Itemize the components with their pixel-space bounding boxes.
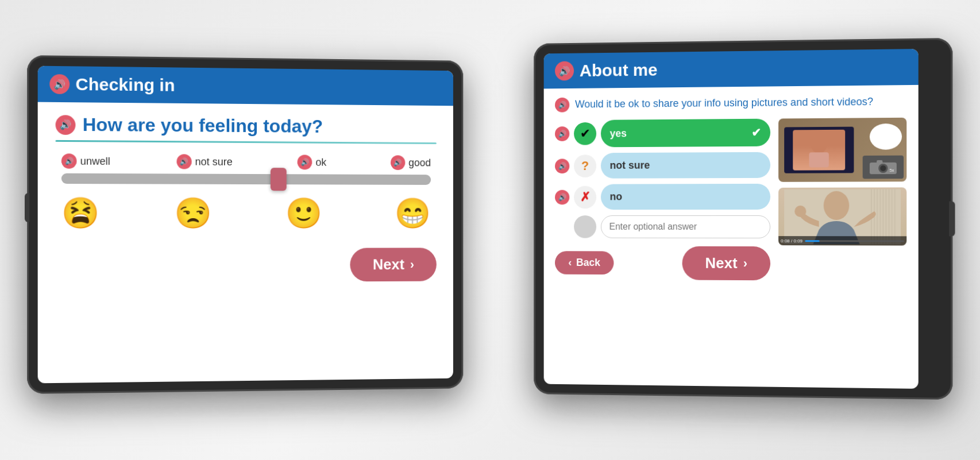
progress-fill xyxy=(805,239,820,241)
option-row-yes: 🔊 ✔ yes ✔ xyxy=(555,118,770,147)
back-button[interactable]: ‹ Back xyxy=(555,251,614,275)
divider xyxy=(56,140,437,144)
optional-icon xyxy=(574,215,596,238)
tv-screen xyxy=(784,126,854,173)
question-speaker-right[interactable]: 🔊 xyxy=(555,97,569,112)
speech-bubble xyxy=(870,123,902,149)
question-area-right: 🔊 Would it be ok to share your info usin… xyxy=(555,94,906,112)
mood-label-good: good xyxy=(408,156,431,168)
option-row-no: 🔊 ✗ no xyxy=(555,183,770,209)
option-icon-no: ✗ xyxy=(574,185,596,208)
optional-row: 🔊 xyxy=(555,215,770,238)
person-silhouette xyxy=(793,129,845,170)
question-text-right: Would it be ok to share your info using … xyxy=(575,94,873,111)
tablet-left: 🔊 Checking in 🔊 How are you feeling toda… xyxy=(27,55,463,394)
header-speaker-icon-left[interactable]: 🔊 xyxy=(49,74,70,94)
question-area-left: 🔊 How are you feeling today? xyxy=(56,114,437,138)
screen-left: 🔊 Checking in 🔊 How are you feeling toda… xyxy=(38,65,453,383)
next-button-left[interactable]: Next › xyxy=(350,248,437,281)
right-title: About me xyxy=(580,60,658,80)
nav-row: ‹ Back Next › xyxy=(555,246,770,280)
mood-speaker-1[interactable]: 🔊 xyxy=(61,153,77,168)
right-header: 🔊 About me xyxy=(544,49,919,88)
emoji-good[interactable]: 😁 xyxy=(395,196,431,230)
video-thumb-top[interactable]: 5x xyxy=(778,117,906,181)
video-thumb-bottom[interactable]: 0:08 / 0:09 xyxy=(778,187,906,245)
mood-label-ok: ok xyxy=(316,156,327,168)
question-speaker-icon[interactable]: 🔊 xyxy=(56,114,76,134)
emoji-unwell[interactable]: 😫 xyxy=(61,195,100,231)
screen-right: 🔊 About me 🔊 Would it be ok to share you… xyxy=(544,49,919,389)
left-content: 🔊 How are you feeling today? 🔊 unwell 🔊 … xyxy=(38,102,453,294)
options-list: 🔊 ✔ yes ✔ 🔊 ? not sure xyxy=(555,118,770,280)
header-speaker-icon-right[interactable]: 🔊 xyxy=(555,61,574,80)
next-arrow-left: › xyxy=(410,257,414,272)
option-row-not-sure: 🔊 ? not sure xyxy=(555,152,770,178)
reflection-right xyxy=(554,400,931,416)
video-bottom-bg: 0:08 / 0:09 xyxy=(778,187,906,245)
mood-speaker-2[interactable]: 🔊 xyxy=(176,154,191,169)
back-arrow: ‹ xyxy=(568,257,572,269)
back-label: Back xyxy=(576,257,600,269)
mood-ok: 🔊 ok xyxy=(298,154,326,169)
option-icon-yes: ✔ xyxy=(574,122,596,145)
option-label-not-sure: not sure xyxy=(610,159,650,171)
mood-label-not-sure: not sure xyxy=(195,156,232,168)
progress-bar[interactable] xyxy=(805,239,904,241)
mood-good: 🔊 good xyxy=(391,155,431,170)
mood-speaker-4[interactable]: 🔊 xyxy=(391,155,405,170)
option-checkmark-yes: ✔ xyxy=(751,125,761,139)
option-speaker-not-sure[interactable]: 🔊 xyxy=(555,158,569,173)
video-time: 0:08 / 0:09 xyxy=(781,238,802,243)
mood-labels: 🔊 unwell 🔊 not sure 🔊 ok 🔊 good xyxy=(56,153,437,170)
svg-rect-5 xyxy=(877,160,882,163)
slider-thumb[interactable] xyxy=(270,168,286,191)
question-text-left: How are you feeling today? xyxy=(83,114,323,137)
mood-slider-container xyxy=(61,173,431,184)
svg-text:5x: 5x xyxy=(890,168,894,172)
tablet-right: 🔊 About me 🔊 Would it be ok to share you… xyxy=(534,37,952,399)
video-top-bg: 5x xyxy=(778,117,906,181)
mood-not-sure: 🔊 not sure xyxy=(176,154,233,169)
right-content: 🔊 Would it be ok to share your info usin… xyxy=(544,84,919,290)
scene: 🔊 Checking in 🔊 How are you feeling toda… xyxy=(30,24,950,437)
video-controls: 0:08 / 0:09 xyxy=(778,236,906,245)
emoji-row: 😫 😒 🙂 😁 xyxy=(56,195,437,231)
svg-rect-1 xyxy=(809,152,828,167)
videos-area: 5x xyxy=(778,117,906,281)
svg-point-0 xyxy=(811,135,827,153)
option-speaker-no[interactable]: 🔊 xyxy=(555,190,569,204)
slider-track xyxy=(61,173,431,184)
next-label-left: Next xyxy=(373,256,404,273)
reflection-left xyxy=(49,394,442,411)
left-header: 🔊 Checking in xyxy=(38,65,453,106)
left-title: Checking in xyxy=(75,74,175,95)
option-button-not-sure[interactable]: not sure xyxy=(601,152,770,178)
option-label-no: no xyxy=(610,191,623,203)
optional-input[interactable] xyxy=(601,215,770,238)
options-area: 🔊 ✔ yes ✔ 🔊 ? not sure xyxy=(555,117,906,281)
option-button-no[interactable]: no xyxy=(601,183,770,209)
option-icon-not-sure: ? xyxy=(574,154,596,177)
emoji-ok[interactable]: 🙂 xyxy=(285,196,322,231)
mood-speaker-3[interactable]: 🔊 xyxy=(298,154,312,169)
mood-unwell: 🔊 unwell xyxy=(61,153,110,169)
mood-label-unwell: unwell xyxy=(80,154,110,167)
camera-icon-area: 5x xyxy=(863,155,904,179)
option-speaker-yes[interactable]: 🔊 xyxy=(555,126,569,141)
next-label-right: Next xyxy=(705,254,738,272)
emoji-not-sure[interactable]: 😒 xyxy=(174,195,211,230)
option-button-yes[interactable]: yes ✔ xyxy=(601,118,770,147)
next-arrow-right: › xyxy=(743,256,747,270)
option-label-yes: yes xyxy=(610,127,627,139)
next-button-right[interactable]: Next › xyxy=(682,246,770,280)
